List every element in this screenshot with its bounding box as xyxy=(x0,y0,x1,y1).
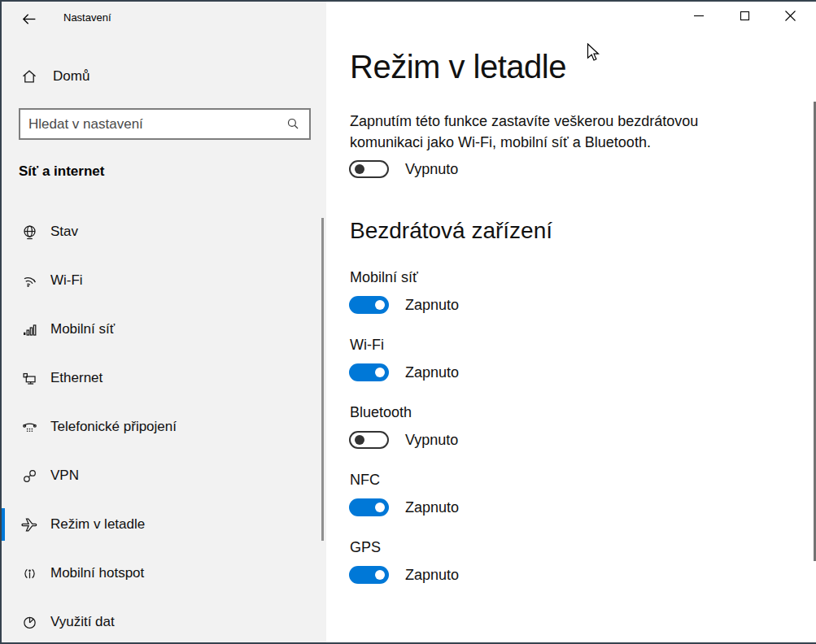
section-title: Bezdrátová zařízení xyxy=(350,218,552,244)
sidebar-item-label: Stav xyxy=(50,224,78,240)
ethernet-icon xyxy=(20,368,39,388)
sidebar-item-home[interactable]: Domů xyxy=(2,60,326,93)
home-icon xyxy=(20,67,39,86)
dialup-icon xyxy=(20,417,39,437)
hotspot-icon xyxy=(20,564,39,583)
toggle-group-label: Mobilní síť xyxy=(350,269,459,286)
sidebar-item-rezim-v-letadle[interactable]: Režim v letadle xyxy=(2,508,326,541)
sidebar-item-telefonicke-pripojeni[interactable]: Telefonické připojení xyxy=(2,411,326,443)
toggle-knob xyxy=(375,300,385,310)
toggle-group-mobilni-sit: Mobilní síť Zapnuto xyxy=(349,269,459,337)
sidebar-item-label: Režim v letadle xyxy=(50,516,145,533)
search-input[interactable] xyxy=(20,116,286,133)
close-icon xyxy=(784,10,796,22)
sidebar-item-mobilni-hotspot[interactable]: Mobilní hotspot xyxy=(2,557,326,590)
toggle-status-text: Vypnuto xyxy=(405,161,458,178)
wireless-devices-list: Mobilní síť Zapnuto Wi-Fi Zapnuto xyxy=(349,269,459,607)
maximize-button[interactable] xyxy=(722,2,767,29)
search-box[interactable] xyxy=(19,108,311,140)
mouse-cursor xyxy=(587,43,600,62)
data-usage-pie-icon xyxy=(20,612,39,632)
airplane-mode-toggle-row: Vypnuto xyxy=(349,160,458,178)
toggle-group-bluetooth: Bluetooth Vypnuto xyxy=(349,404,459,472)
sidebar-item-label: Ethernet xyxy=(50,370,103,386)
toggle-group-label: NFC xyxy=(350,472,459,489)
wifi-icon xyxy=(20,271,39,290)
sidebar-item-wifi[interactable]: Wi-Fi xyxy=(2,264,326,297)
back-button[interactable] xyxy=(18,9,39,28)
globe-status-icon xyxy=(20,222,39,242)
mobilni-sit-toggle[interactable] xyxy=(349,296,389,314)
toggle-group-label: Bluetooth xyxy=(350,404,459,421)
toggle-status-text: Zapnuto xyxy=(405,364,459,381)
maximize-icon xyxy=(740,11,750,21)
toggle-group-wifi: Wi-Fi Zapnuto xyxy=(349,337,459,404)
toggle-status-text: Vypnuto xyxy=(405,432,458,449)
toggle-group-label: Wi-Fi xyxy=(350,337,459,354)
toggle-group-gps: GPS Zapnuto xyxy=(349,539,459,607)
sidebar-item-label: Wi-Fi xyxy=(50,272,83,289)
sidebar-item-label: Využití dat xyxy=(50,614,115,630)
sidebar: Nastavení Domů Síť a internet xyxy=(2,2,326,642)
toggle-knob xyxy=(375,368,385,377)
settings-window: Nastavení Domů Síť a internet xyxy=(0,0,816,644)
airplane-icon xyxy=(20,515,39,534)
cellular-bars-icon xyxy=(20,320,39,339)
back-arrow-icon xyxy=(20,11,37,28)
sidebar-item-stav[interactable]: Stav xyxy=(2,215,326,248)
sidebar-item-vpn[interactable]: VPN xyxy=(2,459,326,492)
toggle-knob xyxy=(375,570,385,580)
close-button[interactable] xyxy=(767,2,813,29)
app-title: Nastavení xyxy=(63,11,111,24)
bluetooth-toggle[interactable] xyxy=(349,431,389,449)
sidebar-item-vyuziti-dat[interactable]: Využití dat xyxy=(2,606,326,638)
caption-buttons xyxy=(676,2,813,29)
nfc-toggle[interactable] xyxy=(349,498,389,516)
toggle-status-text: Zapnuto xyxy=(405,499,459,516)
sidebar-nav-list: Stav Wi-Fi xyxy=(2,215,326,644)
sidebar-item-label: Mobilní hotspot xyxy=(50,565,144,581)
toggle-knob xyxy=(355,435,364,445)
vpn-icon xyxy=(20,466,39,485)
gps-toggle[interactable] xyxy=(349,566,389,584)
sidebar-scrollbar[interactable] xyxy=(321,218,324,541)
search-icon[interactable] xyxy=(286,116,301,132)
sidebar-item-mobilni-sit[interactable]: Mobilní síť xyxy=(2,313,326,346)
toggle-group-nfc: NFC Zapnuto xyxy=(349,472,459,539)
minimize-icon xyxy=(693,10,705,21)
toggle-status-text: Zapnuto xyxy=(405,297,459,314)
main-panel: Režim v letadle Zapnutím této funkce zas… xyxy=(326,2,816,642)
page-title: Režim v letadle xyxy=(350,49,566,85)
toggle-knob xyxy=(375,503,385,512)
toggle-group-label: GPS xyxy=(350,539,459,556)
sidebar-item-label: Domů xyxy=(53,68,89,85)
minimize-button[interactable] xyxy=(676,2,722,29)
sidebar-item-label: Mobilní síť xyxy=(50,321,115,337)
sidebar-section-title: Síť a internet xyxy=(19,163,104,180)
toggle-status-text: Zapnuto xyxy=(405,567,459,584)
sidebar-item-ethernet[interactable]: Ethernet xyxy=(2,362,326,394)
page-description: Zapnutím této funkce zastavíte veškerou … xyxy=(350,111,773,153)
airplane-mode-toggle[interactable] xyxy=(349,160,389,178)
sidebar-item-label: Telefonické připojení xyxy=(50,419,177,435)
toggle-knob xyxy=(355,164,364,174)
sidebar-item-label: VPN xyxy=(50,468,79,484)
wifi-toggle[interactable] xyxy=(349,363,389,381)
